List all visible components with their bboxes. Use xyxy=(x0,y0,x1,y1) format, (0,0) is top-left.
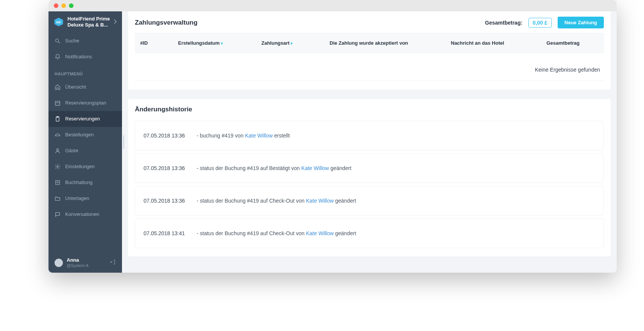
hotel-name: HotelFriend Prime Deluxe Spa & B... xyxy=(67,16,110,28)
col-label: Zahlungsart xyxy=(261,40,289,46)
no-results-text: Keine Ergebnisse gefunden xyxy=(135,53,604,78)
sidebar-item-orders[interactable]: Bestellungen xyxy=(48,127,122,143)
nav-label: Einstellungen xyxy=(65,164,95,169)
sidebar-item-overview[interactable]: Übersicht xyxy=(48,79,122,95)
history-timestamp: 07.05.2018 13:36 xyxy=(144,133,189,139)
hotel-switcher[interactable]: HF HotelFriend Prime Deluxe Spa & B... xyxy=(48,11,122,33)
total-label: Gesamtbetrag: xyxy=(485,20,522,26)
payments-header: Zahlungsverwaltung Gesamtbetrag: 0,00 £ … xyxy=(128,11,611,33)
tray-icon xyxy=(55,132,61,138)
history-user-link[interactable]: Kate Willow xyxy=(306,230,334,236)
main-content: Zahlungsverwaltung Gesamtbetrag: 0,00 £ … xyxy=(125,11,617,273)
sidebar-item-settings[interactable]: Einstellungen xyxy=(48,159,122,175)
svg-text:HF: HF xyxy=(56,20,61,24)
app-body: HF HotelFriend Prime Deluxe Spa & B... S… xyxy=(48,11,617,273)
user-info: Anna @System A xyxy=(67,257,106,268)
sidebar-item-documents[interactable]: Unterlagen xyxy=(48,190,122,206)
nav-label: Unterlagen xyxy=(65,195,89,201)
payments-title: Zahlungsverwaltung xyxy=(135,19,479,27)
col-created-date[interactable]: Erstellungsdatum▾ xyxy=(174,40,258,46)
hotel-logo-icon: HF xyxy=(54,17,64,27)
svg-line-3 xyxy=(58,42,60,43)
clipboard-icon xyxy=(55,116,61,122)
col-label: Erstellungsdatum xyxy=(178,40,220,46)
history-entry: 07.05.2018 13:36 - status der Buchung #4… xyxy=(135,186,604,215)
user-icon xyxy=(55,148,61,154)
history-text: - status der Buchung #419 auf Check-Out … xyxy=(197,230,356,236)
nav-label: Reservierungsplan xyxy=(65,100,106,106)
history-text: - buchung #419 von Kate Willow erstellt xyxy=(197,133,290,139)
bell-icon xyxy=(55,54,61,60)
sidebar-item-conversations[interactable]: Konversationen xyxy=(48,206,122,222)
minimize-icon[interactable] xyxy=(61,3,66,8)
history-entry: 07.05.2018 13:41 - status der Buchung #4… xyxy=(135,219,604,248)
history-user-link[interactable]: Kate Willow xyxy=(301,165,329,171)
col-total[interactable]: Gesamtbetrag xyxy=(534,40,583,46)
gear-icon xyxy=(55,164,61,170)
sort-caret-icon: ▾ xyxy=(221,41,223,45)
history-entry: 07.05.2018 13:36 - buchung #419 von Kate… xyxy=(135,121,604,150)
divider xyxy=(135,80,604,81)
ledger-icon xyxy=(55,180,61,186)
history-user-link[interactable]: Kate Willow xyxy=(245,133,273,139)
avatar xyxy=(55,259,63,267)
svg-point-2 xyxy=(56,39,59,42)
history-text: - status der Buchung #419 auf Bestätigt … xyxy=(197,165,352,171)
user-name: Anna xyxy=(67,257,106,263)
new-payment-button[interactable]: Neue Zahlung xyxy=(558,17,604,28)
history-title: Änderungshistorie xyxy=(135,106,604,113)
col-accepted-by[interactable]: Die Zahlung wurde akzeptiert von xyxy=(326,40,447,46)
svg-rect-4 xyxy=(55,101,60,105)
col-payment-type[interactable]: Zahlungsart▾ xyxy=(258,40,326,46)
svg-point-10 xyxy=(56,148,58,150)
sidebar: HF HotelFriend Prime Deluxe Spa & B... S… xyxy=(48,11,122,273)
sidebar-item-guests[interactable]: Gäste xyxy=(48,143,122,159)
app-window: HF HotelFriend Prime Deluxe Spa & B... S… xyxy=(48,0,617,273)
history-timestamp: 07.05.2018 13:36 xyxy=(144,165,189,171)
sidebar-item-accounting[interactable]: Buchhaltung xyxy=(48,175,122,190)
maximize-icon[interactable] xyxy=(69,3,73,8)
user-row[interactable]: Anna @System A xyxy=(48,253,122,273)
sidebar-item-notifications[interactable]: Notifications xyxy=(48,49,122,65)
history-timestamp: 07.05.2018 13:41 xyxy=(144,230,189,236)
payments-card: Zahlungsverwaltung Gesamtbetrag: 0,00 £ … xyxy=(128,11,611,90)
chevron-right-icon xyxy=(114,19,117,25)
sort-caret-icon: ▾ xyxy=(291,41,292,45)
close-icon[interactable] xyxy=(54,3,58,8)
history-card: Änderungshistorie 07.05.2018 13:36 - buc… xyxy=(128,99,611,256)
sidebar-resize-handle[interactable] xyxy=(122,11,125,273)
sidebar-item-reservations[interactable]: Reservierungen xyxy=(48,111,122,127)
logout-icon[interactable] xyxy=(110,259,116,266)
search-icon xyxy=(55,38,61,44)
window-titlebar xyxy=(48,0,617,11)
nav-label: Notifications xyxy=(65,54,92,59)
calendar-grid-icon xyxy=(55,100,61,106)
nav-label: Übersicht xyxy=(65,84,86,90)
history-timestamp: 07.05.2018 13:36 xyxy=(144,198,189,204)
payments-table-head: #ID Erstellungsdatum▾ Zahlungsart▾ Die Z… xyxy=(135,33,604,53)
col-hotel-message[interactable]: Nachricht an das Hotel xyxy=(447,40,534,46)
col-id[interactable]: #ID xyxy=(136,40,174,46)
nav-label: Reservierungen xyxy=(65,116,100,122)
total-amount-box: 0,00 £ xyxy=(528,18,552,28)
sidebar-item-reservation-plan[interactable]: Reservierungsplan xyxy=(48,95,122,111)
history-user-link[interactable]: Kate Willow xyxy=(306,198,334,204)
nav-label: Gäste xyxy=(65,148,78,153)
user-subtext: @System A xyxy=(67,263,106,268)
home-icon xyxy=(55,84,61,90)
svg-point-11 xyxy=(57,166,58,167)
nav-label: Suche xyxy=(65,38,79,44)
nav-label: Buchhaltung xyxy=(65,180,92,185)
history-text: - status der Buchung #419 auf Check-Out … xyxy=(197,198,356,204)
sidebar-item-search[interactable]: Suche xyxy=(48,33,122,49)
chat-icon xyxy=(55,211,61,217)
history-entry: 07.05.2018 13:36 - status der Buchung #4… xyxy=(135,153,604,183)
nav-label: Konversationen xyxy=(65,211,99,217)
nav-label: Bestellungen xyxy=(65,132,94,137)
sidebar-section-title: HAUPTMENÜ xyxy=(48,65,122,79)
folder-icon xyxy=(55,195,61,201)
